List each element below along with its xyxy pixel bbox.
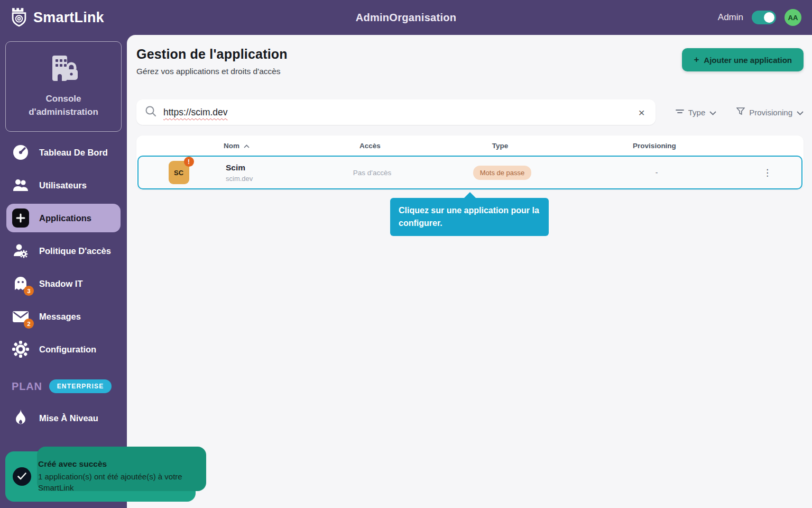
page-subtitle: Gérez vos applications et droits d'accès xyxy=(136,67,288,76)
add-application-button[interactable]: + Ajouter une application xyxy=(682,48,804,71)
header-right-controls: Admin AA xyxy=(718,9,812,26)
page-header: Gestion de l'application Gérez vos appli… xyxy=(136,47,804,76)
sort-ascending-icon xyxy=(244,142,250,150)
table-header-row: Nom Accès Type Provisioning xyxy=(136,135,804,156)
search-icon xyxy=(145,105,156,119)
search-input[interactable]: https://scim.dev × xyxy=(136,99,656,125)
sidebar-item-label: Politique D'accès xyxy=(39,246,111,256)
type-filter-label: Type xyxy=(688,108,706,117)
sidebar-item-label: Configuration xyxy=(39,344,96,355)
sidebar-item-label: Utilisateurs xyxy=(39,180,87,190)
type-filter-dropdown[interactable]: Type xyxy=(676,108,717,117)
sidebar-item-messages[interactable]: 2 Messages xyxy=(0,300,127,333)
type-cell: Mots de passe xyxy=(425,166,579,180)
top-header: AdminOrganisation SmartLink Admin AA xyxy=(0,0,812,35)
building-lock-icon xyxy=(46,78,81,87)
console-admin-label: Console d'administration xyxy=(10,93,117,119)
add-application-label: Ajouter une application xyxy=(704,56,792,65)
column-header-nom[interactable]: Nom xyxy=(217,142,317,150)
configure-hint-tooltip: Cliquez sur une application pour la conf… xyxy=(390,198,549,236)
messages-count-badge: 2 xyxy=(24,319,34,329)
sidebar-item-label: Messages xyxy=(39,312,81,322)
shield-fingerprint-logo-icon xyxy=(10,7,29,28)
check-circle-icon xyxy=(13,467,31,486)
sidebar: Console d'administration Tableau De Bord xyxy=(0,35,127,508)
admin-mode-toggle[interactable] xyxy=(752,11,776,24)
applications-table: Nom Accès Type Provisioning SC ! Scim sc… xyxy=(136,135,804,189)
table-row-scim[interactable]: SC ! Scim scim.dev Pas d'accès Mots de p… xyxy=(137,156,802,189)
column-header-provisioning[interactable]: Provisioning xyxy=(577,142,732,150)
page-title: Gestion de l'application xyxy=(136,47,288,62)
access-cell: Pas d'accès xyxy=(319,169,425,177)
sidebar-item-mise-a-niveau[interactable]: Mise À Niveau xyxy=(0,402,127,434)
column-header-acces[interactable]: Accès xyxy=(317,142,423,150)
sidebar-item-utilisateurs[interactable]: Utilisateurs xyxy=(0,169,127,202)
provisioning-filter-label: Provisioning xyxy=(749,108,792,117)
type-badge: Mots de passe xyxy=(473,166,532,180)
plus-square-icon xyxy=(12,209,30,227)
flame-icon xyxy=(12,409,30,427)
sidebar-item-label: Applications xyxy=(39,213,91,223)
alert-badge-icon: ! xyxy=(184,157,194,167)
app-domain: scim.dev xyxy=(219,175,319,183)
column-header-type[interactable]: Type xyxy=(423,142,577,150)
main-content: Gestion de l'application Gérez vos appli… xyxy=(127,35,812,508)
success-toast[interactable]: Créé avec succès 1 application(s) ont ét… xyxy=(5,451,196,502)
sidebar-item-applications[interactable]: Applications xyxy=(6,204,121,232)
shadow-it-count-badge: 3 xyxy=(24,286,34,296)
organisation-title: AdminOrganisation xyxy=(0,12,812,24)
sidebar-item-tableau-de-bord[interactable]: Tableau De Bord xyxy=(0,136,127,169)
sidebar-item-label: Shadow IT xyxy=(39,279,83,289)
toggle-knob xyxy=(764,12,774,23)
clear-search-button[interactable]: × xyxy=(636,105,647,120)
app-icon: SC ! xyxy=(169,161,189,184)
filter-lines-icon xyxy=(676,108,684,117)
chevron-down-icon xyxy=(797,108,804,117)
user-avatar[interactable]: AA xyxy=(785,9,801,26)
plan-label: PLAN xyxy=(12,380,42,393)
plan-row: PLAN ENTERPRISE xyxy=(12,379,127,393)
toast-message: 1 application(s) ont été ajoutée(s) à vo… xyxy=(38,471,186,494)
sidebar-item-politique-dacces[interactable]: Politique D'accès xyxy=(0,234,127,267)
chevron-down-icon xyxy=(709,108,716,117)
brand-name: SmartLink xyxy=(33,10,104,26)
plan-enterprise-badge[interactable]: ENTERPRISE xyxy=(49,379,112,393)
gear-icon xyxy=(12,340,30,358)
sidebar-item-shadow-it[interactable]: 3 Shadow IT xyxy=(0,267,127,300)
provisioning-filter-dropdown[interactable]: Provisioning xyxy=(736,107,804,117)
controls-row: https://scim.dev × Type Provisioning xyxy=(136,99,804,125)
toast-title: Créé avec succès xyxy=(38,459,186,469)
brand-logo[interactable]: SmartLink xyxy=(0,7,104,28)
users-icon xyxy=(12,176,30,194)
search-value: https://scim.dev xyxy=(163,107,228,118)
sidebar-nav: Tableau De Bord Utilisateurs xyxy=(0,136,127,366)
plus-icon: + xyxy=(694,55,699,65)
gauge-icon xyxy=(12,143,30,161)
funnel-icon xyxy=(736,107,745,117)
sidebar-item-configuration[interactable]: Configuration xyxy=(0,333,127,366)
envelope-icon: 2 xyxy=(12,307,30,325)
ghost-icon: 3 xyxy=(12,275,30,293)
app-name: Scim xyxy=(219,163,319,173)
sidebar-item-label: Tableau De Bord xyxy=(39,148,108,158)
sidebar-item-label: Mise À Niveau xyxy=(39,413,98,423)
user-gear-icon xyxy=(12,242,30,260)
row-kebab-menu-icon[interactable]: ⋮ xyxy=(734,167,801,178)
provisioning-cell: - xyxy=(579,168,734,177)
admin-mode-label: Admin xyxy=(718,12,743,23)
console-admin-card[interactable]: Console d'administration xyxy=(5,41,122,132)
